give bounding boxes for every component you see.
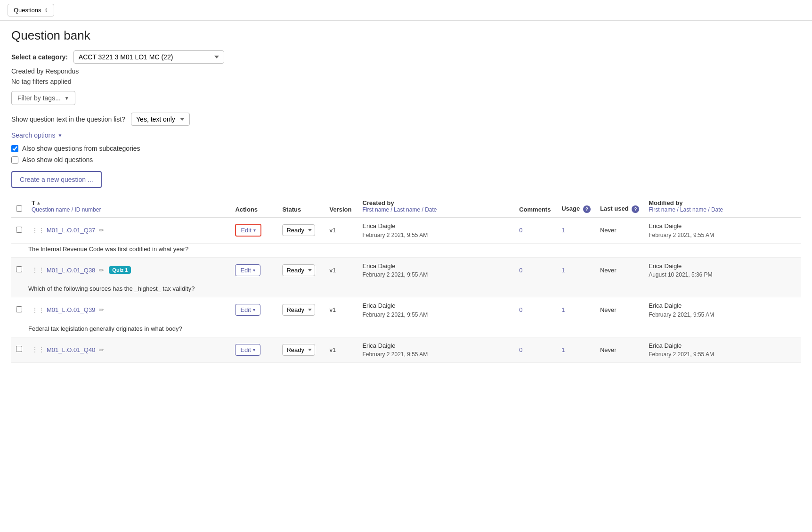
drag-icon[interactable]: ⋮⋮ (32, 346, 45, 353)
th-last-used: Last used ? (595, 196, 644, 217)
row-checkbox-cell (11, 257, 27, 283)
row-created-by-cell: Erica Daigle February 2 2021, 9:55 AM (357, 217, 514, 243)
row-last-used-cell: Never (595, 337, 644, 363)
edit-label: Edit (240, 267, 251, 274)
status-select[interactable]: Ready (282, 304, 315, 316)
no-tags-text: No tag filters applied (11, 78, 801, 85)
edit-name-icon[interactable]: ✏ (99, 267, 104, 274)
th-comments: Comments (514, 196, 557, 217)
modified-date: February 2 2021, 9:55 AM (649, 311, 796, 319)
created-name: Erica Daigle (362, 262, 510, 271)
created-name: Erica Daigle (362, 221, 510, 231)
edit-arrow-icon: ▾ (253, 347, 255, 352)
create-question-button[interactable]: Create a new question ... (11, 171, 102, 188)
comments-value: 0 (519, 227, 522, 234)
row-created-by-cell: Erica Daigle February 2 2021, 9:55 AM (357, 257, 514, 283)
edit-label: Edit (241, 227, 251, 234)
questions-nav-label: Questions (14, 7, 41, 14)
th-created-by: Created by First name / Last name / Date (357, 196, 514, 217)
th-modified-by: Modified by First name / Last name / Dat… (644, 196, 801, 217)
row-version-cell: v1 (325, 257, 357, 283)
row-checkbox[interactable] (16, 227, 22, 233)
row-status-cell: Ready (277, 297, 325, 323)
show-text-row: Show question text in the question list?… (11, 113, 801, 126)
last-used-help-icon[interactable]: ? (632, 205, 639, 213)
status-select[interactable]: Ready (282, 224, 315, 236)
created-date: February 2 2021, 9:55 AM (362, 270, 510, 279)
last-used-value: Never (600, 346, 617, 353)
drag-icon[interactable]: ⋮⋮ (32, 306, 45, 314)
row-comments-cell: 0 (514, 337, 557, 363)
old-questions-checkbox[interactable] (11, 156, 18, 164)
old-questions-label[interactable]: Also show old questions (22, 156, 93, 164)
created-date: February 2 2021, 9:55 AM (362, 311, 510, 319)
created-date: February 2 2021, 9:55 AM (362, 231, 510, 239)
row-checkbox[interactable] (16, 346, 22, 352)
edit-label: Edit (240, 306, 251, 313)
last-used-value: Never (600, 227, 617, 234)
row-last-used-cell: Never (595, 297, 644, 323)
row-usage-cell: 1 (557, 337, 595, 363)
filter-tags-dropdown[interactable]: Filter by tags... ▼ (11, 91, 75, 105)
questions-nav-btn[interactable]: Questions ⇕ (8, 4, 54, 16)
row-usage-cell: 1 (557, 297, 595, 323)
row-version-cell: v1 (325, 297, 357, 323)
question-name-link[interactable]: M01_L.O.01_Q38 (47, 267, 95, 274)
th-version: Version (325, 196, 357, 217)
row-modified-by-cell: Erica Daigle February 2 2021, 9:55 AM (644, 337, 801, 363)
category-select[interactable]: ACCT 3221 3 M01 LO1 MC (22) (73, 50, 224, 64)
filter-tags-label: Filter by tags... (17, 94, 61, 102)
table-row: ⋮⋮ M01_L.O.01_Q37 ✏ Edit ▾ Ready v1 Eric… (11, 217, 801, 243)
last-used-value: Never (600, 306, 617, 313)
question-name-link[interactable]: M01_L.O.01_Q37 (47, 227, 95, 234)
edit-button[interactable]: Edit ▾ (235, 264, 260, 276)
edit-name-icon[interactable]: ✏ (99, 227, 104, 234)
show-text-select[interactable]: Yes, text only (131, 113, 190, 126)
row-comments-cell: 0 (514, 217, 557, 243)
page-title: Question bank (11, 28, 801, 43)
usage-value: 1 (561, 346, 565, 353)
edit-button[interactable]: Edit ▾ (235, 224, 261, 237)
edit-arrow-icon: ▾ (253, 307, 255, 312)
row-last-used-cell: Never (595, 217, 644, 243)
search-options-btn[interactable]: Search options ▼ (11, 131, 62, 139)
question-name-link[interactable]: M01_L.O.01_Q40 (47, 346, 95, 353)
subcategories-label[interactable]: Also show questions from subcategories (22, 145, 140, 152)
quiz-badge: Quiz 1 (109, 266, 131, 274)
table-row: ⋮⋮ M01_L.O.01_Q40 ✏ Edit ▾ Ready v1 Eric… (11, 337, 801, 363)
version-value: v1 (329, 306, 336, 313)
usage-help-icon[interactable]: ? (583, 205, 591, 213)
created-name: Erica Daigle (362, 341, 510, 351)
filter-tags-arrow-icon: ▼ (65, 96, 69, 101)
row-comments-cell: 0 (514, 257, 557, 283)
question-text: The Internal Revenue Code was first codi… (28, 246, 188, 253)
drag-icon[interactable]: ⋮⋮ (32, 266, 45, 274)
row-question-name-cell: ⋮⋮ M01_L.O.01_Q37 ✏ (27, 217, 230, 243)
edit-name-icon[interactable]: ✏ (99, 346, 104, 353)
main-container: Question bank Select a category: ACCT 32… (0, 21, 812, 370)
comments-value: 0 (519, 306, 522, 313)
status-select[interactable]: Ready (282, 344, 315, 356)
row-modified-by-cell: Erica Daigle February 2 2021, 9:55 AM (644, 297, 801, 323)
row-checkbox-cell (11, 297, 27, 323)
edit-button[interactable]: Edit ▾ (235, 304, 260, 316)
usage-value: 1 (561, 227, 565, 234)
row-actions-cell: Edit ▾ (230, 337, 277, 363)
usage-value: 1 (561, 306, 565, 313)
edit-name-icon[interactable]: ✏ (99, 306, 104, 313)
question-name-link[interactable]: M01_L.O.01_Q39 (47, 306, 95, 313)
row-version-cell: v1 (325, 217, 357, 243)
edit-button[interactable]: Edit ▾ (235, 344, 260, 356)
row-actions-cell: Edit ▾ (230, 297, 277, 323)
select-all-checkbox[interactable] (16, 205, 22, 212)
row-checkbox[interactable] (16, 306, 22, 312)
status-select[interactable]: Ready (282, 264, 315, 276)
modified-date: February 2 2021, 9:55 AM (649, 350, 796, 359)
search-options-label: Search options (11, 131, 55, 139)
question-text-cell: The Internal Revenue Code was first codi… (11, 243, 801, 257)
row-usage-cell: 1 (557, 257, 595, 283)
row-checkbox[interactable] (16, 266, 22, 272)
subcategories-checkbox[interactable] (11, 145, 18, 152)
drag-icon[interactable]: ⋮⋮ (32, 227, 45, 234)
version-value: v1 (329, 227, 336, 234)
